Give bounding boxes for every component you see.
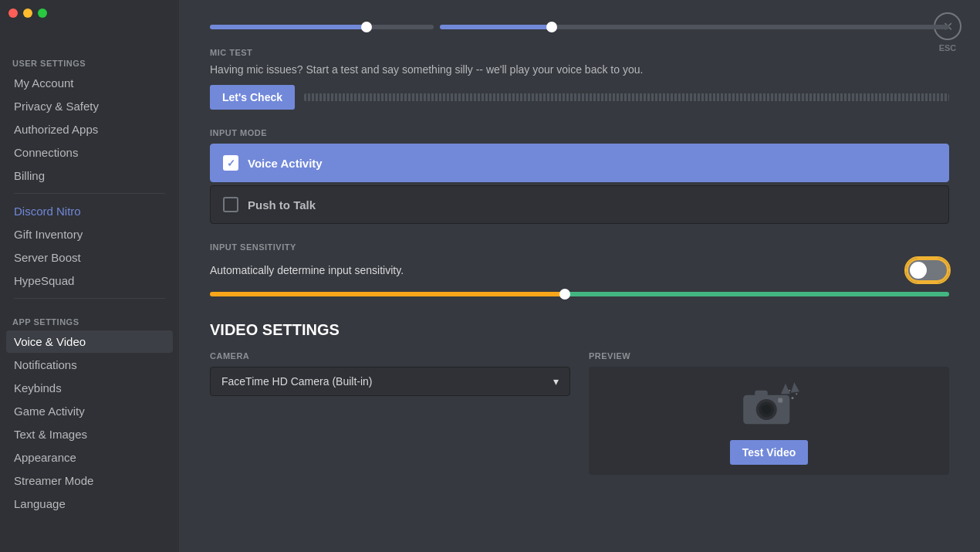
mic-test-label: MIC TEST: [210, 48, 949, 57]
video-settings-section: VIDEO SETTINGS CAMERA FaceTime HD Camera…: [210, 321, 949, 475]
sensitivity-description: Automatically determine input sensitivit…: [210, 264, 404, 276]
sidebar-item-label: Appearance: [14, 451, 76, 464]
svg-point-10: [789, 390, 790, 391]
svg-point-8: [791, 397, 793, 399]
sidebar-item-label: Connections: [14, 146, 78, 159]
camera-label: CAMERA: [210, 351, 570, 361]
sidebar-item-streamer-mode[interactable]: Streamer Mode: [6, 469, 173, 492]
mic-test-row: Let's Check: [210, 85, 949, 110]
sidebar-item-privacy-safety[interactable]: Privacy & Safety: [6, 95, 173, 117]
sidebar-item-label: Gift Inventory: [14, 228, 83, 241]
mic-test-section: MIC TEST Having mic issues? Start a test…: [210, 48, 949, 110]
output-volume-slider[interactable]: [440, 25, 949, 29]
sidebar-item-my-account[interactable]: My Account: [6, 72, 173, 94]
divider-nitro: [14, 193, 165, 194]
sidebar-item-appearance[interactable]: Appearance: [6, 446, 173, 469]
svg-marker-7: [790, 382, 799, 393]
video-grid: CAMERA FaceTime HD Camera (Built-in) ▾ P…: [210, 351, 949, 475]
sensitivity-row: Automatically determine input sensitivit…: [210, 258, 949, 283]
main-content: ✕ ESC MIC TEST Having mic issues? Start …: [179, 0, 980, 552]
push-to-talk-label: Push to Talk: [248, 198, 316, 212]
svg-rect-5: [778, 398, 782, 403]
push-to-talk-checkbox[interactable]: [223, 197, 238, 212]
svg-point-3: [762, 405, 771, 415]
user-settings-label: User Settings: [6, 46, 173, 71]
sidebar-item-label: Streamer Mode: [14, 474, 93, 487]
sidebar-item-label: Keybinds: [14, 381, 62, 395]
input-mode-section: INPUT MODE ✓ Voice Activity Push to Talk: [210, 128, 949, 224]
sidebar-item-keybinds[interactable]: Keybinds: [6, 377, 173, 399]
sensitivity-slider[interactable]: [210, 292, 949, 296]
traffic-lights: [8, 8, 47, 18]
mic-level-bar: [304, 93, 949, 101]
sidebar-item-label: Language: [14, 497, 66, 510]
esc-button[interactable]: ✕ ESC: [934, 12, 961, 52]
sidebar-item-server-boost[interactable]: Server Boost: [6, 246, 173, 269]
sidebar-item-game-activity[interactable]: Game Activity: [6, 400, 173, 422]
sidebar-item-notifications[interactable]: Notifications: [6, 354, 173, 376]
input-volume-thumb[interactable]: [361, 22, 372, 32]
preview-label: PREVIEW: [589, 351, 949, 361]
sidebar-item-connections[interactable]: Connections: [6, 141, 173, 164]
sidebar-item-label: Discord Nitro: [14, 205, 81, 218]
input-sensitivity-section: INPUT SENSITIVITY Automatically determin…: [210, 242, 949, 296]
svg-marker-6: [781, 384, 790, 395]
sidebar-item-label: Notifications: [14, 358, 77, 371]
toggle-knob: [910, 262, 927, 279]
camera-column: CAMERA FaceTime HD Camera (Built-in) ▾: [210, 351, 570, 475]
sidebar-item-label: Authorized Apps: [14, 123, 98, 136]
sidebar-item-label: Privacy & Safety: [14, 100, 99, 113]
sensitivity-thumb[interactable]: [559, 289, 570, 300]
divider-app: [14, 298, 165, 299]
voice-activity-label: Voice Activity: [248, 157, 323, 170]
input-volume-slider[interactable]: [210, 25, 434, 29]
svg-rect-4: [755, 391, 768, 398]
volume-sliders: [210, 25, 949, 29]
sidebar-item-label: HypeSquad: [14, 274, 74, 287]
camera-select[interactable]: FaceTime HD Camera (Built-in) ▾: [210, 367, 570, 396]
sidebar-item-label: Voice & Video: [14, 335, 86, 348]
sidebar: User Settings My Account Privacy & Safet…: [0, 0, 179, 552]
close-button[interactable]: [8, 8, 18, 18]
video-preview-box: Test Video: [589, 367, 949, 475]
sidebar-item-label: Billing: [14, 169, 45, 182]
sidebar-item-hypesquad[interactable]: HypeSquad: [6, 269, 173, 292]
chevron-down-icon: ▾: [553, 375, 559, 388]
sidebar-item-authorized-apps[interactable]: Authorized Apps: [6, 118, 173, 141]
sidebar-item-text-images[interactable]: Text & Images: [6, 423, 173, 445]
input-mode-label: INPUT MODE: [210, 128, 949, 137]
camera-value: FaceTime HD Camera (Built-in): [221, 375, 373, 388]
sidebar-item-label: My Account: [14, 76, 74, 90]
mic-test-description: Having mic issues? Start a test and say …: [210, 63, 949, 76]
test-video-button[interactable]: Test Video: [730, 440, 809, 465]
sidebar-item-language[interactable]: Language: [6, 493, 173, 515]
sidebar-item-voice-video[interactable]: Voice & Video: [6, 330, 173, 353]
sidebar-item-label: Game Activity: [14, 405, 85, 418]
sidebar-item-discord-nitro[interactable]: Discord Nitro: [6, 200, 173, 222]
sidebar-item-gift-inventory[interactable]: Gift Inventory: [6, 223, 173, 246]
minimize-button[interactable]: [23, 8, 32, 18]
video-settings-title: VIDEO SETTINGS: [210, 321, 949, 339]
sidebar-item-label: Text & Images: [14, 428, 87, 441]
esc-label: ESC: [939, 43, 957, 52]
fullscreen-button[interactable]: [38, 8, 47, 18]
output-volume-thumb[interactable]: [546, 22, 557, 32]
push-to-talk-option[interactable]: Push to Talk: [210, 185, 949, 224]
voice-activity-option[interactable]: ✓ Voice Activity: [210, 144, 949, 182]
camera-illustration: [735, 377, 804, 431]
preview-column: PREVIEW: [589, 351, 949, 475]
voice-activity-checkbox[interactable]: ✓: [223, 155, 238, 171]
app-settings-label: App Settings: [6, 305, 173, 330]
lets-check-button[interactable]: Let's Check: [210, 85, 295, 110]
input-sensitivity-label: INPUT SENSITIVITY: [210, 242, 949, 252]
sidebar-item-label: Server Boost: [14, 251, 81, 264]
svg-point-9: [796, 393, 797, 395]
auto-sensitivity-toggle[interactable]: [906, 258, 949, 283]
sidebar-item-billing[interactable]: Billing: [6, 164, 173, 187]
